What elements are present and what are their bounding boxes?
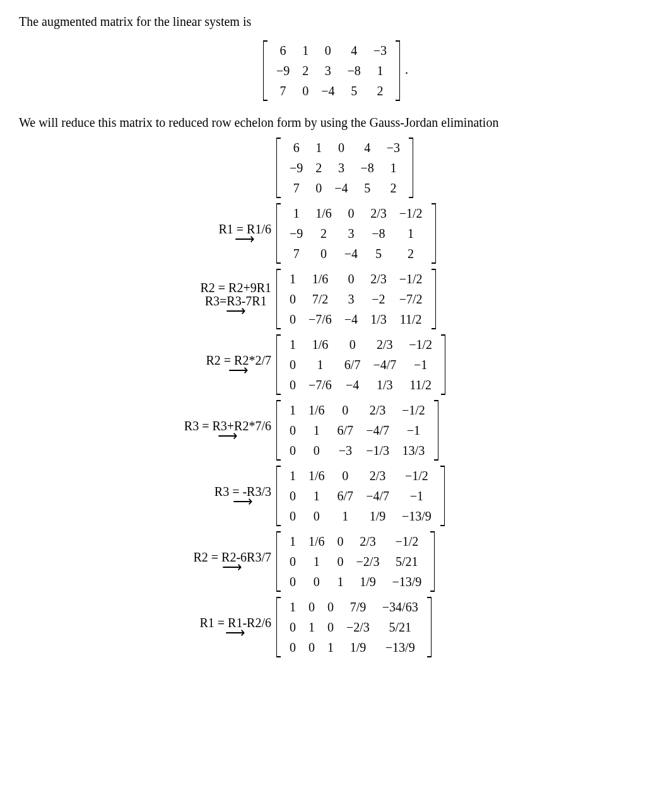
matrix-cell: 0 [338,334,367,355]
matrix-cell: 1/6 [302,400,331,420]
bracket-left [276,138,282,198]
matrix-cell: 0 [283,440,302,461]
matrix-cell: −4 [338,309,364,329]
matrix-cell: 0 [283,420,302,440]
matrix-cell: −7/6 [302,309,338,329]
operation-column: R2 = R2+9R1R3=R3-7R1⟶ [88,281,275,317]
matrix-cell: −8 [355,158,380,178]
matrix-cell: 0 [321,617,340,637]
matrix-cell: 0 [283,355,302,375]
bracket-right [440,334,445,395]
matrix-cell: 2 [296,61,315,81]
matrix: 6104−3−923−8170−452 [263,40,400,101]
matrix-cell: 1 [302,355,338,375]
matrix-cell: 0 [296,81,315,101]
matrix-cell: 1 [283,269,302,289]
matrix-cell: −1/2 [396,400,432,420]
matrix-cell: 0 [283,506,302,526]
bracket-left [276,531,282,592]
matrix-cell: 1 [283,334,302,355]
arrow-icon: ⟶ [233,496,253,507]
matrix-cell: 5 [341,81,367,101]
bracket-right [430,269,436,329]
matrix-cell: 1/6 [309,203,338,223]
matrix-cell: 11/2 [393,309,429,329]
matrix-cell: 5/21 [376,617,425,637]
arrow-icon: ⟶ [218,430,238,442]
matrix-cell: 0 [283,309,302,329]
matrix-cell: −4 [338,375,367,395]
matrix-table: 11/602/3−1/207/23−2−7/20−7/6−41/311/2 [283,269,429,329]
matrix-cell: −9 [283,158,309,178]
matrix-cell: −1 [396,420,432,440]
matrix-cell: 1 [302,551,331,572]
matrix-cell: 6 [270,40,296,61]
matrix-cell: 7 [283,178,309,198]
row-operation-label: R2 = R2-6R3/7⟶ [193,551,271,573]
matrix-cell: 1 [331,506,360,526]
matrix-cell: 0 [302,572,331,592]
matrix-cell: 1/6 [302,531,331,551]
matrix-cell: −1/2 [393,269,429,289]
arrow-icon: ⟶ [226,305,246,317]
matrix-cell: −3 [331,440,360,461]
matrix-cell: 0 [328,138,354,158]
matrix-cell: −4 [315,81,341,101]
matrix-cell: 5 [355,178,380,198]
matrix-cell: 0 [338,203,364,223]
matrix-cell: 0 [321,597,340,617]
matrix-cell: 1 [367,61,393,81]
matrix-cell: −3 [367,40,393,61]
bracket-right [408,138,413,198]
row-operation-label: R3 = R3+R2*7/6⟶ [184,420,271,442]
matrix-cell: 3 [338,289,364,309]
matrix-cell: 1 [296,40,315,61]
matrix-cell: 1/6 [302,466,331,486]
matrix-cell: 3 [328,158,354,178]
matrix-cell: 4 [355,138,380,158]
matrix-cell: −1/2 [393,203,429,223]
bracket-left [276,203,282,264]
bracket-left [276,334,282,395]
matrix-cell: 0 [331,466,360,486]
matrix-cell: 0 [309,178,328,198]
matrix-cell: 1 [283,400,302,420]
matrix-cell: 1 [283,203,309,223]
bracket-right [439,466,445,526]
matrix-cell: −4/7 [360,486,396,506]
matrix-cell: −4/7 [367,355,403,375]
matrix-table: 11/602/3−1/2016/7−4/7−10−7/6−41/311/2 [283,334,438,395]
matrix-cell: 1 [331,572,350,592]
matrix-table: 6104−3−923−8170−452 [283,138,406,198]
elimination-step: R2 = R2+9R1R3=R3-7R1⟶11/602/3−1/207/23−2… [88,268,651,331]
matrix-cell: −4 [328,178,354,198]
matrix-cell: 0 [331,551,350,572]
elimination-steps: 6104−3−923−8170−452R1 = R1/6⟶11/602/3−1/… [19,136,651,659]
matrix-cell: 0 [283,375,302,395]
row-operation-label: R2 = R2+9R1R3=R3-7R1⟶ [200,281,271,317]
matrix-cell: 6 [283,138,309,158]
matrix-cell: −1/2 [385,531,428,551]
matrix-table: 11/602/3−1/2010−2/35/210011/9−13/9 [283,531,428,592]
matrix-cell: −1 [403,355,438,375]
matrix-cell: 0 [283,289,302,309]
matrix-cell: 1/6 [302,269,338,289]
matrix-cell: 0 [331,400,360,420]
matrix-cell: −13/9 [396,506,438,526]
matrix-cell: 6/7 [331,420,360,440]
matrix-cell: 0 [302,597,321,617]
matrix-cell: −4/7 [360,420,396,440]
bracket-right [430,203,436,264]
period: . [405,62,408,76]
matrix-cell: 1/3 [367,375,403,395]
matrix-cell: 1 [393,223,429,244]
matrix-cell: 2 [309,223,338,244]
matrix-cell: 5 [364,244,393,264]
matrix-cell: 5/21 [385,551,428,572]
matrix-cell: −9 [283,223,309,244]
intro-text-1: The augmented matrix for the linear syst… [19,13,651,30]
matrix-cell: 6/7 [338,355,367,375]
matrix-cell: 7/2 [302,289,338,309]
matrix-cell: −2/3 [340,617,376,637]
matrix-cell: 0 [283,617,302,637]
